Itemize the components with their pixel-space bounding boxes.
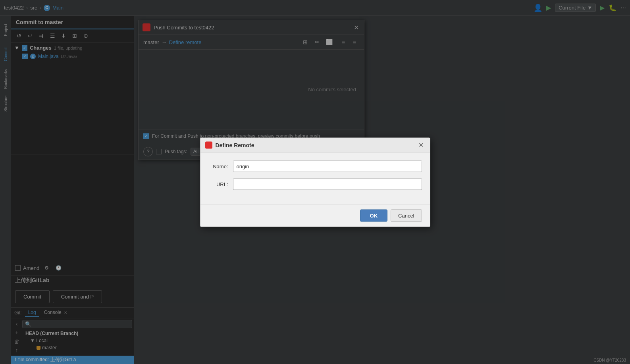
- url-label: URL:: [208, 181, 228, 187]
- watermark: CSDN @YT20233: [593, 358, 626, 362]
- ok-button[interactable]: OK: [360, 209, 388, 221]
- url-input[interactable]: [233, 178, 422, 190]
- dialog-header: Define Remote ✕: [200, 138, 430, 152]
- url-field: URL:: [208, 178, 422, 190]
- define-remote-dialog: Define Remote ✕ Name: URL: OK Cancel: [200, 137, 430, 227]
- dialog-footer: OK Cancel: [200, 204, 430, 226]
- dialog-icon: [205, 141, 212, 148]
- dialog-close-button[interactable]: ✕: [417, 141, 425, 149]
- name-input[interactable]: [233, 160, 422, 172]
- dialog-title: Define Remote: [216, 142, 414, 148]
- name-field: Name:: [208, 160, 422, 172]
- dialog-body: Name: URL:: [200, 152, 430, 204]
- dialog-cancel-button[interactable]: Cancel: [391, 209, 422, 221]
- name-label: Name:: [208, 163, 228, 169]
